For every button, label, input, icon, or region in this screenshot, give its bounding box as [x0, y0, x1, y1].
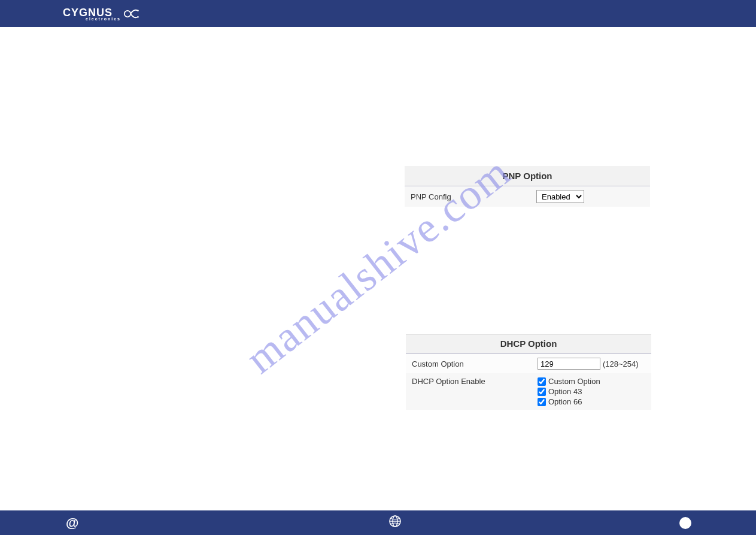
dhcp-option-66-checkbox[interactable] — [538, 398, 546, 406]
dhcp-option-43-line[interactable]: Option 43 — [538, 387, 645, 396]
dhcp-option-custom-text: Custom Option — [548, 377, 600, 386]
dhcp-option-custom-line[interactable]: Custom Option — [538, 377, 645, 386]
dhcp-option-43-checkbox[interactable] — [538, 388, 546, 396]
pnp-config-row: PNP Config Enabled — [405, 186, 650, 207]
brand-sub-text: electronics — [86, 17, 121, 21]
pnp-option-panel: PNP Option PNP Config Enabled — [405, 167, 650, 207]
footer-circle-icon — [679, 517, 691, 529]
globe-icon — [389, 515, 401, 530]
bottom-footer-bar: @ — [0, 510, 756, 535]
svg-point-0 — [125, 10, 131, 17]
svg-point-1 — [137, 10, 139, 11]
dhcp-option-custom-checkbox[interactable] — [538, 377, 546, 386]
email-at-icon: @ — [66, 515, 78, 531]
dhcp-option-panel: DHCP Option Custom Option (128~254) DHCP… — [406, 334, 651, 410]
dhcp-custom-option-input[interactable] — [538, 358, 600, 370]
top-header-bar: CYGNUS electronics — [0, 0, 756, 27]
dhcp-option-enable-label: DHCP Option Enable — [412, 377, 538, 386]
dhcp-panel-title: DHCP Option — [406, 334, 651, 354]
dhcp-option-checkbox-group: Custom Option Option 43 Option 66 — [538, 377, 645, 406]
brand-swirl-icon — [123, 5, 140, 22]
dhcp-custom-option-row: Custom Option (128~254) — [406, 354, 651, 373]
pnp-config-label: PNP Config — [411, 192, 536, 201]
dhcp-option-66-line[interactable]: Option 66 — [538, 397, 645, 406]
dhcp-option-66-text: Option 66 — [548, 397, 582, 406]
pnp-config-select[interactable]: Enabled — [536, 190, 584, 203]
pnp-panel-title: PNP Option — [405, 167, 650, 186]
dhcp-custom-option-range: (128~254) — [603, 359, 639, 368]
dhcp-option-43-text: Option 43 — [548, 387, 582, 396]
dhcp-custom-option-label: Custom Option — [412, 359, 538, 368]
brand-logo: CYGNUS electronics — [63, 5, 140, 22]
dhcp-option-enable-row: DHCP Option Enable Custom Option Option … — [406, 373, 651, 410]
svg-point-2 — [137, 16, 139, 17]
